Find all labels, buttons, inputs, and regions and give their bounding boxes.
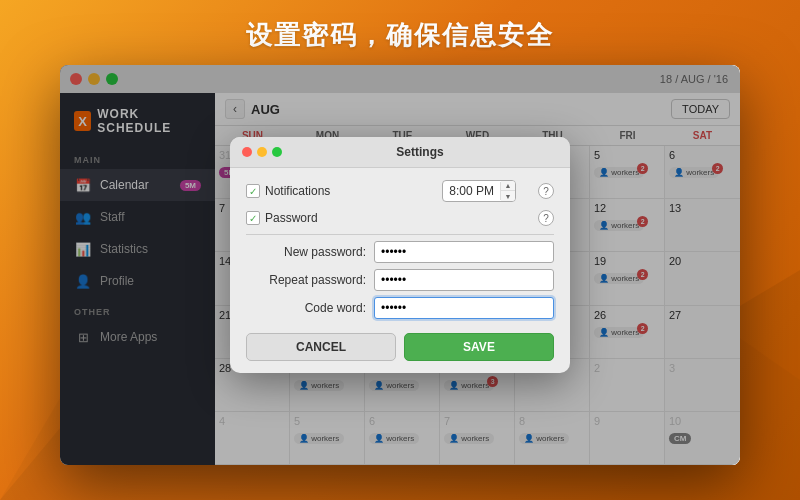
modal-maximize[interactable] [272, 147, 282, 157]
time-stepper[interactable]: 8:00 PM ▲ ▼ [442, 180, 516, 202]
new-password-input[interactable] [374, 241, 554, 263]
code-word-row: Code word: [246, 297, 554, 319]
repeat-password-input[interactable] [374, 269, 554, 291]
modal-buttons: CANCEL SAVE [246, 333, 554, 361]
code-word-label: Code word: [246, 301, 366, 315]
notifications-row: ✓ Notifications 8:00 PM ▲ ▼ ? [246, 180, 554, 202]
password-checkbox[interactable]: ✓ [246, 211, 260, 225]
modal-close[interactable] [242, 147, 252, 157]
new-password-row: New password: [246, 241, 554, 263]
password-label: Password [265, 211, 318, 225]
notifications-checkbox-area: ✓ Notifications [246, 184, 330, 198]
password-row: ✓ Password ? [246, 210, 554, 226]
stepper-up[interactable]: ▲ [501, 181, 515, 191]
modal-traffic-lights [242, 147, 282, 157]
settings-modal: Settings ✓ Notifications 8:00 PM ▲ ▼ [230, 137, 570, 373]
new-password-label: New password: [246, 245, 366, 259]
modal-title: Settings [282, 145, 558, 159]
repeat-password-label: Repeat password: [246, 273, 366, 287]
cancel-button[interactable]: CANCEL [246, 333, 396, 361]
modal-body: ✓ Notifications 8:00 PM ▲ ▼ ? [230, 168, 570, 373]
modal-overlay: Settings ✓ Notifications 8:00 PM ▲ ▼ [60, 65, 740, 465]
modal-minimize[interactable] [257, 147, 267, 157]
page-title: 设置密码，确保信息安全 [0, 18, 800, 53]
code-word-input[interactable] [374, 297, 554, 319]
password-checkbox-area: ✓ Password [246, 211, 318, 225]
stepper-down[interactable]: ▼ [501, 191, 515, 201]
password-help-button[interactable]: ? [538, 210, 554, 226]
notifications-checkbox[interactable]: ✓ [246, 184, 260, 198]
repeat-password-row: Repeat password: [246, 269, 554, 291]
save-button[interactable]: SAVE [404, 333, 554, 361]
stepper-buttons: ▲ ▼ [501, 181, 515, 201]
notifications-help-button[interactable]: ? [538, 183, 554, 199]
app-window: 18 / AUG / '16 X WORK SCHEDULE MAIN 📅 Ca… [60, 65, 740, 465]
time-value: 8:00 PM [443, 182, 501, 200]
divider [246, 234, 554, 235]
modal-titlebar: Settings [230, 137, 570, 168]
notifications-label: Notifications [265, 184, 330, 198]
